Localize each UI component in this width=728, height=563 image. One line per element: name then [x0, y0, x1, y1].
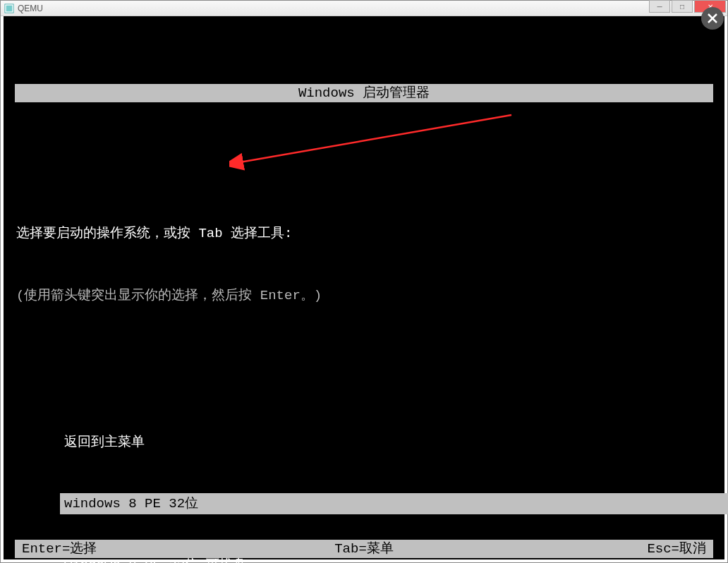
maximize-button[interactable]: □ [672, 0, 693, 13]
titlebar: QEMU ─ □ ✕ [1, 1, 727, 16]
hint-text: (使用箭头键突出显示你的选择，然后按 Enter。) [16, 286, 712, 306]
footer-enter: Enter=选择 [22, 540, 97, 558]
boot-options: 返回到主菜单 windows 8 PE 32位 windows 8 PE 32位… [60, 392, 712, 564]
close-icon [706, 12, 719, 25]
footer-tab: Tab=菜单 [334, 540, 394, 558]
svg-rect-1 [6, 5, 13, 11]
console-screen: Windows 启动管理器 选择要启动的操作系统，或按 Tab 选择工具: (使… [4, 16, 724, 559]
prompt-text: 选择要启动的操作系统，或按 Tab 选择工具: [16, 224, 712, 244]
footer-esc: Esc=取消 [647, 540, 706, 558]
boot-header: Windows 启动管理器 [15, 84, 713, 102]
minimize-button[interactable]: ─ [649, 0, 670, 13]
app-icon [4, 3, 15, 14]
footer-bar: Enter=选择 Tab=菜单 Esc=取消 [15, 540, 713, 558]
window-title: QEMU [18, 4, 724, 13]
overlay-close-button[interactable] [701, 7, 724, 30]
qemu-window: QEMU ─ □ ✕ Windows 启动管理器 选择要启动的操作系统，或按 T… [0, 0, 728, 563]
boot-option[interactable]: 返回到主菜单 [60, 432, 712, 453]
boot-body: 选择要启动的操作系统，或按 Tab 选择工具: (使用箭头键突出显示你的选择，然… [4, 183, 724, 563]
boot-option-selected[interactable]: windows 8 PE 32位 [60, 493, 728, 514]
